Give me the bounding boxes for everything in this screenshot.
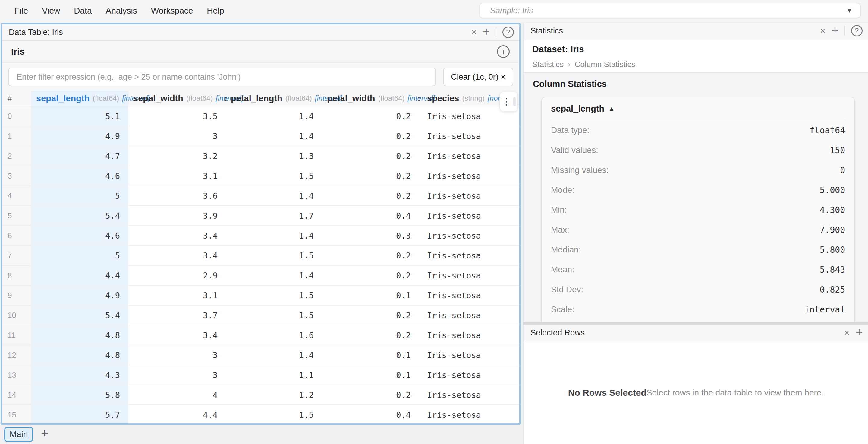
table-row[interactable]: 134.331.10.1Iris-setosa xyxy=(2,365,519,385)
table-cell: 4.6 xyxy=(31,166,128,186)
close-icon[interactable]: × xyxy=(820,26,826,35)
breadcrumb-item[interactable]: Statistics xyxy=(532,60,564,69)
stat-value: float64 xyxy=(809,125,845,136)
stat-label: Mean: xyxy=(551,265,575,274)
menu-item-workspace[interactable]: Workspace xyxy=(151,6,193,16)
table-row[interactable]: 55.43.91.70.4Iris-setosa xyxy=(2,206,519,226)
table-row[interactable]: 84.42.91.40.2Iris-setosa xyxy=(2,266,519,286)
tab-main[interactable]: Main xyxy=(4,427,33,442)
stat-value: 5.000 xyxy=(820,185,845,195)
table-row[interactable]: 453.61.40.2Iris-setosa xyxy=(2,186,519,206)
table-row[interactable]: 124.831.40.1Iris-setosa xyxy=(2,345,519,365)
menu-item-data[interactable]: Data xyxy=(74,6,92,16)
table-cell: 0.2 xyxy=(322,305,419,325)
app-root: FileViewDataAnalysisWorkspaceHelp Sample… xyxy=(0,0,868,444)
table-cell: 4.9 xyxy=(31,286,128,305)
panel-divider[interactable] xyxy=(523,322,868,325)
table-row[interactable]: 155.74.41.50.4Iris-setosa xyxy=(2,405,519,423)
breadcrumb-item[interactable]: Column Statistics xyxy=(575,60,635,69)
menu-bar: FileViewDataAnalysisWorkspaceHelp Sample… xyxy=(0,0,868,22)
table-cell: 0.2 xyxy=(322,107,419,126)
table-row[interactable]: 114.83.41.60.2Iris-setosa xyxy=(2,325,519,345)
menu-item-help[interactable]: Help xyxy=(207,6,224,16)
table-cell: 5.7 xyxy=(31,405,128,423)
stat-row: Missing values:0 xyxy=(551,160,845,180)
help-icon[interactable]: ? xyxy=(502,27,514,38)
table-cell: 1.3 xyxy=(226,146,322,166)
dataset-name: Iris xyxy=(2,47,497,57)
add-tab-button[interactable]: + xyxy=(41,427,49,440)
table-cell: 0.1 xyxy=(322,345,419,365)
menu-item-view[interactable]: View xyxy=(42,6,60,16)
table-row[interactable]: 14.931.40.2Iris-setosa xyxy=(2,126,519,146)
table-row[interactable]: 24.73.21.30.2Iris-setosa xyxy=(2,146,519,166)
table-cell: 0.3 xyxy=(322,226,419,246)
table-cell: 4.4 xyxy=(31,266,128,286)
selected-rows-empty-state: No Rows SelectedSelect rows in the data … xyxy=(524,342,868,444)
stat-rows: Data type:float64Valid values:150Missing… xyxy=(551,120,845,319)
add-panel-icon[interactable]: + xyxy=(832,24,838,36)
clear-filter-button[interactable]: Clear (1c, 0r) × xyxy=(443,67,513,86)
data-table-panel-title: Data Table: Iris xyxy=(2,28,471,37)
table-cell: 4.3 xyxy=(31,365,128,385)
column-menu-button[interactable]: ⋮ xyxy=(500,92,518,111)
table-cell: 1.5 xyxy=(226,405,322,423)
row-index-cell: 0 xyxy=(2,107,31,126)
selected-rows-panel: Selected Rows × + No Rows SelectedSelect… xyxy=(523,325,868,444)
column-statistics-section: Column Statistics sepal_length ▲ Data ty… xyxy=(524,73,868,322)
table-cell: 0.2 xyxy=(322,246,419,266)
sample-dataset-select[interactable]: Sample: Iris ▼ xyxy=(479,3,861,19)
table-cell: 0.2 xyxy=(322,186,419,206)
table-row[interactable]: 64.63.41.40.3Iris-setosa xyxy=(2,226,519,246)
row-index-cell: 6 xyxy=(2,226,31,246)
column-header-petal_length[interactable]: petal_length(float64)[interval] xyxy=(226,91,322,106)
table-cell: 0.2 xyxy=(322,126,419,146)
stat-card-column-name: sepal_length xyxy=(551,104,604,114)
column-resize-handle-icon[interactable]: ↕ xyxy=(415,94,423,103)
table-cell: 1.5 xyxy=(226,246,322,266)
table-cell: Iris-setosa xyxy=(419,286,519,305)
stat-value: 150 xyxy=(830,145,845,155)
row-index-cell: 8 xyxy=(2,266,31,286)
table-cell: 0.4 xyxy=(322,206,419,226)
info-icon[interactable]: i xyxy=(497,45,510,58)
table-cell: 1.4 xyxy=(226,186,322,206)
table-cell: 3.4 xyxy=(128,226,226,246)
table-row[interactable]: 105.43.71.50.2Iris-setosa xyxy=(2,305,519,325)
table-row[interactable]: 753.41.50.2Iris-setosa xyxy=(2,246,519,266)
table-cell: Iris-setosa xyxy=(419,385,519,405)
row-index-cell: 4 xyxy=(2,186,31,206)
row-index-cell: 1 xyxy=(2,126,31,146)
stat-value: 0 xyxy=(840,165,845,175)
help-icon[interactable]: ? xyxy=(851,25,863,36)
column-name: sepal_width xyxy=(133,93,183,103)
table-cell: 0.1 xyxy=(322,365,419,385)
table-cell: 3.4 xyxy=(128,325,226,345)
table-cell: Iris-setosa xyxy=(419,405,519,423)
stat-label: Missing values: xyxy=(551,165,609,175)
filter-expression-input[interactable] xyxy=(8,67,436,86)
table-cell: Iris-setosa xyxy=(419,166,519,186)
statistics-panel: Statistics × + ? Dataset: Iris Statistic… xyxy=(523,23,868,322)
stat-card-title-row[interactable]: sepal_length ▲ xyxy=(551,97,845,120)
table-row[interactable]: 145.841.20.2Iris-setosa xyxy=(2,385,519,405)
menu-item-analysis[interactable]: Analysis xyxy=(105,6,137,16)
stat-row: Scale:interval xyxy=(551,299,845,319)
column-name: petal_length xyxy=(231,93,282,103)
close-icon[interactable]: × xyxy=(844,328,849,337)
close-icon[interactable]: × xyxy=(471,28,477,37)
column-header-petal_width[interactable]: petal_width(float64)[interval] xyxy=(322,91,419,106)
add-panel-icon[interactable]: + xyxy=(856,326,863,338)
chevron-down-icon: ▼ xyxy=(846,7,860,14)
table-row[interactable]: 94.93.11.50.1Iris-setosa xyxy=(2,286,519,305)
column-resize-handle-icon[interactable]: ↕ xyxy=(222,94,229,103)
scrollbar-thumb xyxy=(513,97,516,106)
add-panel-icon[interactable]: + xyxy=(483,26,490,38)
table-cell: 1.5 xyxy=(226,286,322,305)
table-row[interactable]: 05.13.51.40.2Iris-setosa xyxy=(2,107,519,126)
menu-item-file[interactable]: File xyxy=(14,6,28,16)
column-header-sepal_length[interactable]: sepal_length(float64)[interval] xyxy=(31,91,128,106)
column-header-sepal_width[interactable]: sepal_width(float64)[interval] xyxy=(128,91,226,106)
table-cell: Iris-setosa xyxy=(419,126,519,146)
table-row[interactable]: 34.63.11.50.2Iris-setosa xyxy=(2,166,519,186)
